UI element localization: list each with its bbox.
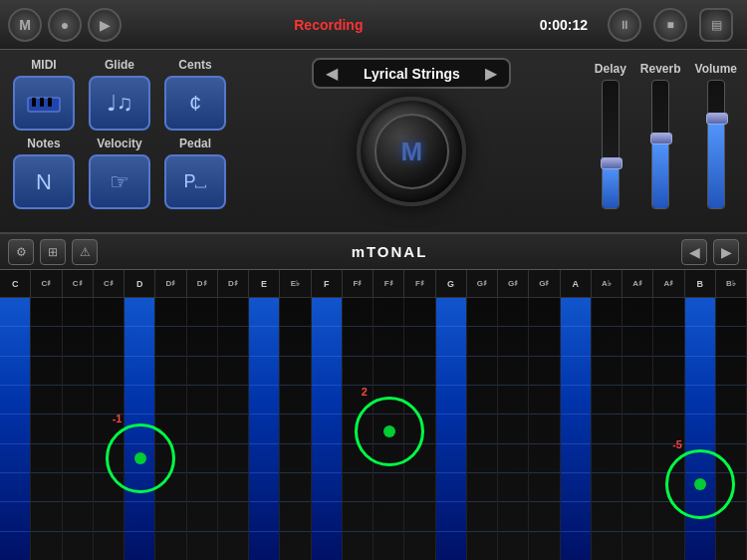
- glide-label: Glide: [105, 58, 134, 72]
- mtonal-bar: ⚙ ⊞ ⚠ mTONAL ◀ ▶: [0, 234, 747, 270]
- mtonal-title: mTONAL: [104, 243, 675, 260]
- note-header-3: C♯: [94, 270, 124, 297]
- mtonal-prev-button[interactable]: ◀: [681, 239, 707, 265]
- note-header-11: F♯: [343, 270, 374, 297]
- string-col-10[interactable]: [312, 298, 343, 560]
- play-button[interactable]: ▶: [88, 8, 122, 42]
- note-header-0: C: [0, 270, 31, 297]
- reverb-thumb[interactable]: [650, 133, 672, 144]
- string-col-16[interactable]: [498, 298, 529, 560]
- cents-button[interactable]: ¢: [164, 76, 226, 131]
- string-col-0[interactable]: [0, 298, 31, 560]
- midi-button[interactable]: [13, 76, 75, 131]
- grid-icon-button[interactable]: ⊞: [40, 239, 66, 265]
- volume-fill: [708, 119, 724, 208]
- string-col-20[interactable]: [622, 298, 653, 560]
- touch-circle-0[interactable]: -1: [106, 423, 175, 493]
- velocity-button[interactable]: ☞: [89, 154, 150, 209]
- string-col-2[interactable]: [63, 298, 94, 560]
- string-col-9[interactable]: [280, 298, 311, 560]
- note-header-6: D♯: [187, 270, 218, 297]
- center-area: ◀ Lyrical Strings ▶ M: [239, 58, 585, 206]
- delay-fill: [603, 163, 619, 208]
- note-header-20: A♯: [622, 270, 653, 297]
- pause-button[interactable]: ⏸: [608, 8, 641, 42]
- note-header-21: A♯: [653, 270, 684, 297]
- note-header-5: D♯: [155, 270, 186, 297]
- note-header-4: D: [124, 270, 155, 297]
- pedal-group: Pedal P⎵: [161, 137, 229, 209]
- volume-slider-group: Volume: [695, 62, 737, 209]
- string-col-18[interactable]: [561, 298, 592, 560]
- control-panel: MIDI Glide ♩♫ Cents ¢ Notes: [0, 50, 747, 234]
- string-col-15[interactable]: [467, 298, 498, 560]
- volume-thumb[interactable]: [706, 113, 728, 125]
- velocity-label-0: -1: [113, 413, 123, 424]
- pedal-label: Pedal: [179, 137, 211, 150]
- note-header-15: G♯: [467, 270, 498, 297]
- note-header-9: E♭: [280, 270, 311, 297]
- string-col-17[interactable]: [529, 298, 560, 560]
- pedal-button[interactable]: P⎵: [164, 154, 226, 209]
- note-header-13: F♯: [404, 270, 435, 297]
- note-header-22: B: [685, 270, 716, 297]
- volume-label: Volume: [695, 62, 737, 76]
- glide-button[interactable]: ♩♫: [89, 76, 150, 131]
- prev-instrument-button[interactable]: ◀: [322, 64, 342, 83]
- folder-button[interactable]: ▤: [699, 8, 733, 42]
- string-col-23[interactable]: [716, 298, 747, 560]
- string-area[interactable]: -12-5: [0, 298, 747, 560]
- velocity-label-2: -5: [672, 438, 682, 450]
- string-col-7[interactable]: [218, 298, 249, 560]
- notes-group: Notes N: [10, 137, 78, 209]
- delay-label: Delay: [595, 62, 626, 76]
- next-instrument-button[interactable]: ▶: [481, 64, 501, 83]
- touch-circle-2[interactable]: -5: [665, 449, 735, 519]
- note-header-10: F: [312, 270, 343, 297]
- note-headers: CC♯C♯C♯DD♯D♯D♯EE♭FF♯F♯F♯GG♯G♯G♯AA♭A♯A♯BB…: [0, 270, 747, 298]
- string-col-21[interactable]: [653, 298, 684, 560]
- note-header-18: A: [561, 270, 592, 297]
- svg-rect-1: [32, 98, 36, 107]
- logo-button[interactable]: M: [8, 8, 42, 42]
- reverb-slider-group: Reverb: [640, 62, 681, 209]
- delay-thumb[interactable]: [601, 157, 622, 169]
- reverb-fill: [652, 139, 668, 208]
- mtonal-next-button[interactable]: ▶: [713, 239, 739, 265]
- notes-label: Notes: [27, 137, 60, 150]
- string-col-1[interactable]: [31, 298, 62, 560]
- volume-track[interactable]: [707, 80, 725, 209]
- svg-rect-2: [40, 98, 44, 107]
- instrument-selector: ◀ Lyrical Strings ▶: [312, 58, 511, 89]
- record-button[interactable]: ●: [48, 8, 82, 42]
- timer-display: 0:00:12: [540, 17, 588, 33]
- cents-group: Cents ¢: [161, 58, 229, 131]
- piano-area[interactable]: CC♯C♯C♯DD♯D♯D♯EE♭FF♯F♯F♯GG♯G♯G♯AA♭A♯A♯BB…: [0, 270, 747, 560]
- delay-slider-group: Delay: [595, 62, 626, 209]
- note-header-17: G♯: [529, 270, 560, 297]
- right-sliders: Delay Reverb Volume: [595, 58, 737, 209]
- settings-icon-button[interactable]: ⚙: [8, 239, 34, 265]
- cents-label: Cents: [178, 58, 211, 72]
- notes-button[interactable]: N: [13, 154, 75, 209]
- midi-label: MIDI: [31, 58, 56, 72]
- string-col-8[interactable]: [249, 298, 280, 560]
- string-col-19[interactable]: [592, 298, 622, 560]
- reverb-track[interactable]: [651, 80, 669, 209]
- svg-rect-3: [48, 98, 52, 107]
- note-header-7: D♯: [218, 270, 249, 297]
- delay-track[interactable]: [602, 80, 620, 209]
- speaker-logo: M: [401, 137, 423, 167]
- warning-icon-button[interactable]: ⚠: [72, 239, 98, 265]
- instrument-name: Lyrical Strings: [348, 66, 475, 82]
- touch-circle-1[interactable]: 2: [355, 397, 424, 466]
- note-header-12: F♯: [374, 270, 404, 297]
- note-header-16: G♯: [498, 270, 529, 297]
- stop-button[interactable]: ■: [653, 8, 687, 42]
- glide-group: Glide ♩♫: [86, 58, 153, 131]
- string-col-14[interactable]: [436, 298, 467, 560]
- touch-dot-0: [134, 452, 146, 464]
- touch-dot-1: [383, 425, 395, 437]
- string-col-22[interactable]: [685, 298, 716, 560]
- string-col-6[interactable]: [187, 298, 218, 560]
